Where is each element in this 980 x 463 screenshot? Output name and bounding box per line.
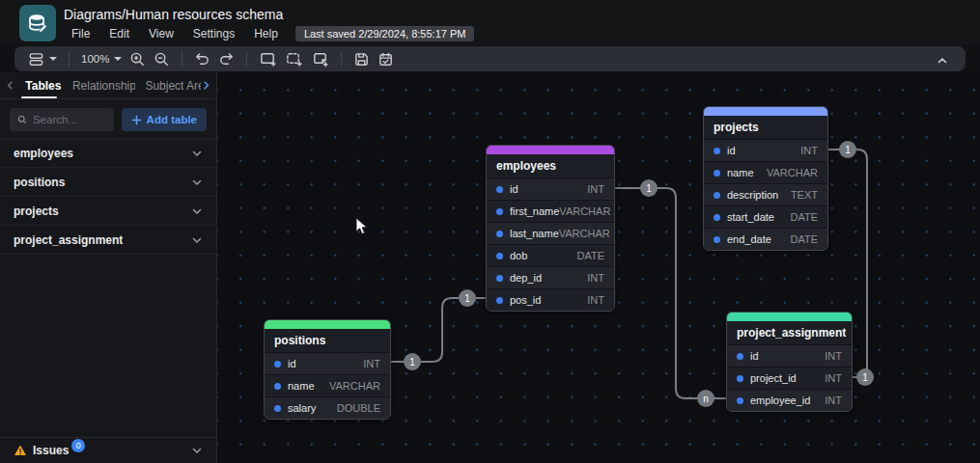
field-row[interactable]: start_date DATE [704,205,827,228]
zoom-out-button[interactable] [150,48,174,69]
field-type: INT [825,372,842,384]
field-name: end_date [714,233,771,245]
field-handle-icon[interactable] [714,236,720,243]
field-name: project_id [737,372,797,384]
field-name: name [274,380,315,392]
field-row[interactable]: project_id INT [727,367,852,389]
table-title: positions [265,329,390,352]
field-handle-icon[interactable] [737,375,743,382]
menu-file[interactable]: File [64,26,98,41]
todo-button[interactable] [374,48,398,69]
field-handle-icon[interactable] [496,297,503,304]
search-box[interactable] [10,108,114,131]
tabs-scroll-right[interactable] [201,72,212,98]
field-handle-icon[interactable] [496,275,503,282]
field-handle-icon[interactable] [496,186,503,193]
table-node-projects[interactable]: projects id INT name VARCHAR description… [703,106,828,251]
field-handle-icon[interactable] [714,214,720,221]
app-header: Diagrams/Human resources schema File Edi… [0,0,980,45]
field-handle-icon[interactable] [737,353,743,360]
field-name: id [496,183,518,195]
collapse-header-button[interactable] [931,50,954,71]
zoom-out-icon [154,51,170,68]
field-row[interactable]: pos_id INT [487,288,614,311]
field-row[interactable]: first_name VARCHAR [487,200,614,222]
field-row[interactable]: description TEXT [704,183,827,205]
chevron-up-icon [936,54,949,68]
field-name: id [274,358,296,369]
tab-subject-areas[interactable]: Subject Are [135,72,200,98]
issues-panel-toggle[interactable]: Issues 0 [0,437,216,463]
table-color-strip [265,320,390,329]
field-handle-icon[interactable] [496,231,503,237]
sidebar-item-positions[interactable]: positions [0,168,216,197]
menu-settings[interactable]: Settings [185,26,242,41]
document-title[interactable]: Diagrams/Human resources schema [64,7,283,22]
table-title: project_assignment [727,321,852,344]
field-row[interactable]: id INT [487,177,614,200]
add-area-icon [285,50,303,68]
field-handle-icon[interactable] [714,148,720,154]
app-logo[interactable] [19,5,56,41]
field-row[interactable]: dob DATE [487,244,614,266]
field-row[interactable]: last_name VARCHAR [487,222,614,244]
search-input[interactable] [33,114,106,125]
menu-view[interactable]: View [141,26,182,41]
undo-button[interactable] [190,48,214,69]
field-handle-icon[interactable] [737,397,743,404]
sidebar-search-row: Add table [0,99,216,139]
add-table-button[interactable]: Add table [122,108,207,131]
toolbar-divider [182,52,182,67]
field-handle-icon[interactable] [714,170,720,177]
field-handle-icon[interactable] [496,253,503,259]
zoom-in-button[interactable] [126,48,150,69]
field-handle-icon[interactable] [714,192,720,199]
field-row[interactable]: end_date DATE [704,228,827,250]
toolbar-divider [69,52,70,67]
field-row[interactable]: salary DOUBLE [265,396,390,419]
field-name: id [737,350,759,362]
field-row[interactable]: id INT [727,344,852,367]
tab-relationships[interactable]: Relationships [63,72,135,98]
field-row[interactable]: employee_id INT [727,389,852,411]
sidebar-item-employees[interactable]: employees [0,139,216,168]
field-row[interactable]: id INT [704,139,827,161]
tabs-scroll-left[interactable] [4,72,15,98]
add-table-label: Add table [147,114,197,125]
diagram-mode-button[interactable] [24,48,61,69]
field-row[interactable]: name VARCHAR [704,161,827,183]
diagram-canvas[interactable]: 1 1 1 n 1 1 employees id INT first_name … [217,72,980,463]
menu-edit[interactable]: Edit [101,26,137,41]
field-handle-icon[interactable] [496,208,503,215]
field-row[interactable]: id INT [265,352,390,374]
add-note-toolbar-button[interactable] [307,48,333,69]
table-accordion-label: employees [14,147,73,160]
field-handle-icon[interactable] [274,405,281,412]
field-handle-icon[interactable] [274,383,281,390]
save-button[interactable] [350,48,374,69]
sidebar-item-project-assignment[interactable]: project_assignment [0,226,216,255]
redo-button[interactable] [214,48,238,69]
add-table-toolbar-button[interactable] [255,48,281,69]
table-node-positions[interactable]: positions id INT name VARCHAR salary DOU… [264,319,391,420]
table-color-strip [487,146,614,154]
field-type: INT [587,183,604,195]
field-name: pos_id [496,294,541,306]
add-area-toolbar-button[interactable] [281,48,307,69]
chevron-left-icon [5,80,15,91]
field-type: DATE [576,250,604,261]
table-node-employees[interactable]: employees id INT first_name VARCHAR last… [486,145,615,312]
sidebar-item-projects[interactable]: projects [0,197,216,226]
tab-tables[interactable]: Tables [15,72,63,98]
field-row[interactable]: name VARCHAR [265,374,390,396]
warning-icon [14,444,27,457]
table-node-project-assignment[interactable]: project_assignment id INT project_id INT… [726,312,853,412]
sidebar-table-list: employees positions projects project_ass… [0,139,216,255]
field-row[interactable]: dep_id INT [487,266,614,288]
field-type: INT [800,145,818,156]
chevron-down-icon [191,445,203,456]
menu-help[interactable]: Help [246,26,286,41]
toolbar-divider [341,52,342,67]
zoom-level-dropdown[interactable]: 100% [77,48,126,69]
field-handle-icon[interactable] [274,361,281,368]
